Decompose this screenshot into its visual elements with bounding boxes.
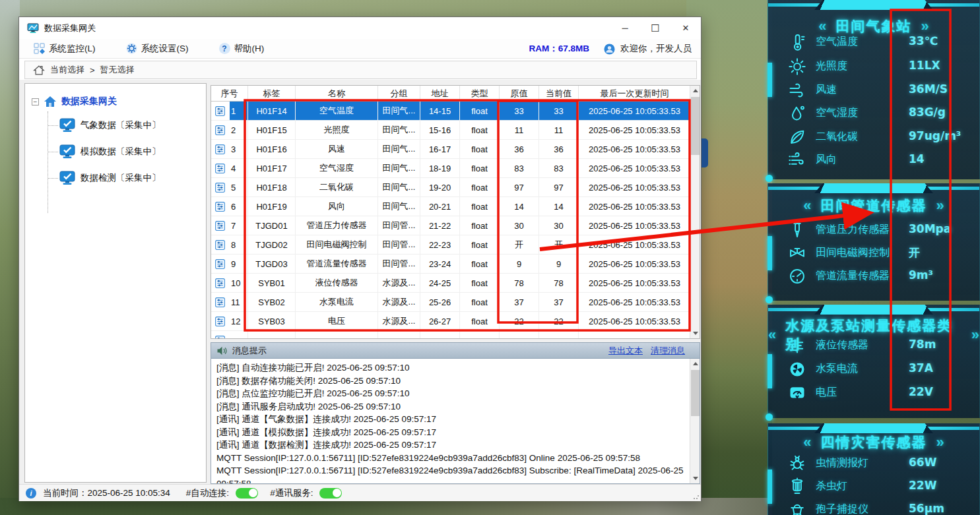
- cell-time: 2025-06-25 10:05:33.53: [579, 255, 691, 274]
- menu-label: 系统监控(L): [49, 43, 96, 55]
- dashboard-section: «四情灾害传感器»虫情测报灯66W杀虫灯22W孢子捕捉仪56μm: [768, 423, 980, 515]
- col-header-current[interactable]: 当前值: [539, 86, 579, 102]
- background-fields-left: [0, 0, 20, 515]
- resize-grip[interactable]: [693, 493, 700, 500]
- maximize-button[interactable]: ☐: [640, 17, 670, 39]
- table-row[interactable]: 12SYB03电压水源及...26-27float22222025-06-25 …: [211, 312, 691, 331]
- table-row-partial[interactable]: [211, 331, 691, 339]
- chevron-left-icon[interactable]: «: [803, 197, 811, 214]
- table-row[interactable]: 9TJGD03管道流量传感器田间管...23-24float992025-06-…: [211, 255, 691, 274]
- cell-tag: H01F17: [248, 159, 296, 178]
- table-row[interactable]: 2H01F15光照度田间气...15-16float11112025-06-25…: [211, 121, 691, 140]
- close-button[interactable]: ✕: [670, 17, 701, 39]
- col-header-address[interactable]: 地址: [420, 86, 460, 102]
- home-icon[interactable]: [33, 65, 45, 76]
- titlebar[interactable]: 数据采集网关 ─ ☐ ✕: [19, 17, 701, 39]
- help-icon: ?: [219, 43, 230, 54]
- row-index: 8: [231, 240, 236, 250]
- comm-service-toggle[interactable]: [319, 488, 342, 499]
- table-row[interactable]: 8TJGD02田间电磁阀控制田间管...22-23float开开2025-06-…: [211, 235, 691, 255]
- point-icon: [214, 258, 226, 270]
- tree-item-simulated-data[interactable]: 模拟数据〔采集中〕: [59, 144, 161, 159]
- cell-tag: H01F19: [248, 197, 296, 216]
- chevron-right-icon[interactable]: »: [936, 197, 944, 214]
- table-row[interactable]: 7TJGD01管道压力传感器田间管...21-22float30302025-0…: [211, 216, 691, 235]
- table-row[interactable]: 3H01F16风速田间气...16-17float36362025-06-25 …: [211, 140, 691, 159]
- row-index: 7: [231, 221, 236, 231]
- window-side-tab[interactable]: [702, 138, 708, 167]
- cell-group: 田间管...: [378, 255, 420, 274]
- table-scrollbar[interactable]: [690, 86, 700, 338]
- sensor-value: 78m: [909, 338, 936, 351]
- export-text-link[interactable]: 导出文本: [608, 345, 643, 357]
- col-header-type[interactable]: 类型: [460, 86, 500, 102]
- menu-help[interactable]: ? 帮助(H): [215, 41, 269, 57]
- dashboard-section: «水源及泵站测量传感器类别»液位传感器78m水泵电流37A电压22V: [768, 305, 980, 418]
- table-row[interactable]: 11SYB02水泵电流水源及...25-26float37372025-06-2…: [211, 293, 691, 312]
- insect-lamp-icon: [788, 477, 806, 496]
- col-header-index[interactable]: 序号: [211, 86, 248, 102]
- scroll-up-icon[interactable]: [690, 86, 700, 96]
- sensor-label: 光照度: [816, 59, 847, 73]
- cell-group: 田间气...: [378, 197, 420, 216]
- col-header-name[interactable]: 名称: [296, 86, 378, 102]
- breadcrumb-current-label: 当前选择: [50, 64, 84, 76]
- col-header-updated[interactable]: 最后一次更新时间: [579, 86, 691, 102]
- tree-root-gateway[interactable]: − 数据采集网关: [32, 96, 117, 107]
- cell-tag: TJGD03: [248, 255, 296, 274]
- row-index: 5: [231, 183, 236, 193]
- menu-system-settings[interactable]: 系统设置(S): [122, 41, 193, 57]
- scrollbar-thumb[interactable]: [691, 370, 700, 416]
- scroll-down-icon[interactable]: [690, 328, 700, 338]
- app-icon: [27, 23, 39, 34]
- minimize-button[interactable]: ─: [610, 17, 640, 39]
- point-icon: [214, 182, 226, 193]
- cell-group: 田间气...: [378, 102, 420, 121]
- table-row[interactable]: 5H01F18二氧化碳田间气...19-20float97972025-06-2…: [211, 178, 691, 197]
- chevron-left-icon[interactable]: «: [803, 434, 811, 451]
- col-header-original[interactable]: 原值: [500, 86, 539, 102]
- table-header-row: 序号 标签 名称 分组 地址 类型 原值 当前值 最后一次更新时间: [211, 86, 691, 102]
- tree-guide-line: [48, 111, 48, 213]
- breadcrumb-selection: 暂无选择: [100, 64, 135, 76]
- cell-orig: 30: [500, 216, 539, 235]
- tree-expander-icon[interactable]: −: [32, 98, 39, 106]
- tree-item-weather-data[interactable]: 气象数据〔采集中〕: [59, 118, 161, 133]
- cell-group: 田间气...: [378, 178, 420, 197]
- cell-orig: 22: [500, 312, 539, 331]
- scroll-down-icon[interactable]: [690, 473, 700, 483]
- cell-type: float: [460, 274, 500, 293]
- chevron-right-icon[interactable]: »: [936, 434, 944, 451]
- cell-addr: 22-23: [420, 235, 460, 255]
- sensor-item: 二氧化碳97ug/m³: [768, 127, 979, 147]
- point-icon: [214, 239, 226, 251]
- col-header-group[interactable]: 分组: [378, 86, 420, 102]
- table-row[interactable]: 4H01F17空气湿度田间气...18-19float83832025-06-2…: [211, 159, 691, 178]
- sensor-value: 97ug/m³: [909, 129, 961, 142]
- table-row[interactable]: 6H01F19风向田间气...20-21float14142025-06-25 …: [211, 197, 691, 216]
- cell-group: 水源及...: [378, 274, 420, 293]
- cell-orig: 开: [500, 235, 539, 255]
- table-row[interactable]: 10SYB01液位传感器水源及...24-25float78782025-06-…: [211, 274, 691, 293]
- cell-addr: 24-25: [420, 274, 460, 293]
- app-window: 数据采集网关 ─ ☐ ✕ 系统监控(L) 系统设置(S) ? 帮助(H) RAM…: [18, 16, 702, 501]
- table-row[interactable]: 1H01F14空气温度田间气...14-15float33332025-06-2…: [211, 102, 691, 121]
- cell-type: float: [460, 216, 500, 235]
- message-scrollbar[interactable]: [690, 359, 700, 483]
- sensor-value: 11LX: [909, 59, 940, 72]
- menu-system-monitor[interactable]: 系统监控(L): [30, 41, 100, 57]
- cell-curr: 22: [539, 312, 579, 331]
- auto-connect-toggle[interactable]: [236, 488, 258, 499]
- scroll-up-icon[interactable]: [690, 359, 700, 369]
- sensor-label: 二氧化碳: [816, 130, 858, 144]
- col-header-tag[interactable]: 标签: [248, 86, 296, 102]
- tree-item-data-detection[interactable]: 数据检测〔采集中〕: [59, 171, 161, 185]
- cell-type: float: [460, 197, 500, 216]
- cell-group: 水源及...: [378, 293, 420, 312]
- scrollbar-thumb[interactable]: [691, 97, 700, 155]
- clear-messages-link[interactable]: 清理消息: [651, 345, 685, 357]
- cell-curr: 11: [539, 121, 579, 140]
- cell-name: 管道压力传感器: [296, 216, 378, 235]
- cell-orig: 33: [500, 102, 539, 121]
- cell-addr: 20-21: [420, 197, 460, 216]
